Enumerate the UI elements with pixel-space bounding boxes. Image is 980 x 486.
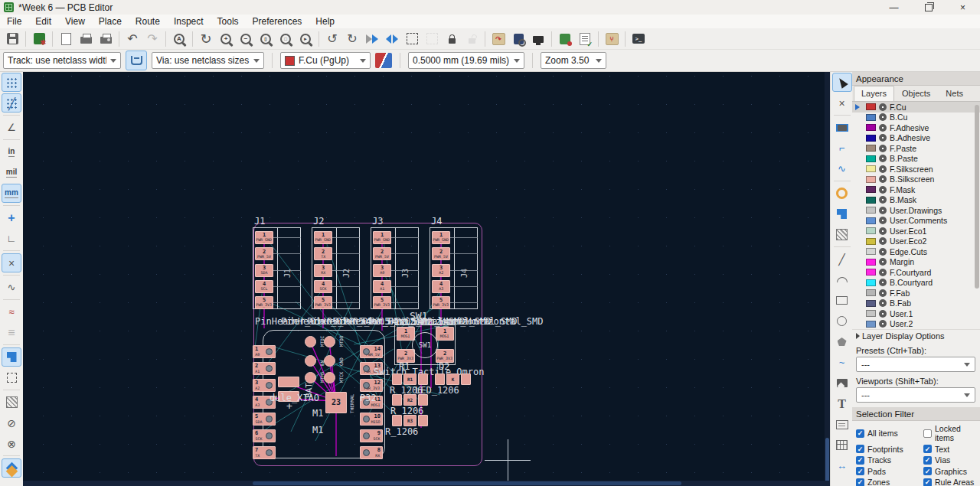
sketch-vias-button[interactable]: ⊗ xyxy=(2,434,21,453)
units-mils[interactable]: mil xyxy=(2,163,21,182)
connector-footprint[interactable]: J11PWR_GND2PWR_5V3SDA4SCL5PWR_3V3 xyxy=(253,227,301,309)
zoom-out-button[interactable]: − xyxy=(236,30,256,48)
footprint-ref[interactable]: J2 xyxy=(313,217,324,226)
rotate-cw-button[interactable]: ↻ xyxy=(342,30,362,48)
draw-zone-button[interactable] xyxy=(832,204,852,223)
3d-viewer-button[interactable] xyxy=(528,30,548,48)
pad[interactable]: 1PWR_GND xyxy=(255,231,273,244)
module-name-fragment[interactable]: dule_XIAO xyxy=(270,393,319,403)
checkbox-icon[interactable]: ✓ xyxy=(856,467,864,475)
component-body[interactable]: K xyxy=(446,373,459,385)
grid-button[interactable] xyxy=(2,73,21,92)
layer-row-f-cu[interactable]: F.Cu xyxy=(852,102,980,113)
menu-place[interactable]: Place xyxy=(92,15,129,28)
via-size-dropdown[interactable]: Via: use netclass sizes xyxy=(152,52,264,69)
layer-row-b-paste[interactable]: B.Paste xyxy=(852,154,980,165)
visibility-eye-icon[interactable] xyxy=(879,310,887,318)
visibility-eye-icon[interactable] xyxy=(879,165,887,173)
checkbox-icon[interactable]: ✓ xyxy=(923,467,932,475)
visibility-eye-icon[interactable] xyxy=(879,207,887,214)
pad[interactable] xyxy=(278,377,299,387)
flip-button[interactable] xyxy=(362,30,382,48)
pad[interactable]: 3RX xyxy=(314,264,332,277)
zoom-selection-button[interactable]: ► xyxy=(296,30,315,48)
connector-footprint[interactable]: J21PWR_GND2TX3RX4SCK5PWR_3V3 xyxy=(312,227,360,309)
visibility-eye-icon[interactable] xyxy=(879,279,887,286)
zoom-dropdown[interactable]: Zoom 3.50 xyxy=(541,52,606,69)
checkbox-icon[interactable]: ✓ xyxy=(856,478,864,486)
tab-objects[interactable]: Objects xyxy=(894,86,938,101)
pad[interactable] xyxy=(392,394,402,406)
pad[interactable]: 2PWR_5V xyxy=(432,247,450,260)
layer-row-user-eco2[interactable]: User.Eco2 xyxy=(852,236,980,247)
layer-row-b-adhesive[interactable]: B.Adhesive xyxy=(852,133,980,144)
refresh-button[interactable]: ↻ xyxy=(196,30,216,48)
close-button[interactable]: × xyxy=(946,0,980,15)
checkbox-icon[interactable]: ✓ xyxy=(856,456,864,465)
layer-display-options[interactable]: Layer Display Options xyxy=(852,329,980,341)
pad[interactable] xyxy=(392,415,402,426)
zoom-fit-page-button[interactable]: ▯ xyxy=(256,30,276,48)
pad[interactable] xyxy=(392,373,402,385)
filter-locked-items[interactable]: Locked items xyxy=(923,424,980,442)
connector-footprint[interactable]: J41PWR_GND2PWR_5V3A24A35PWR_3V3 xyxy=(430,227,478,309)
draw-polygon-button[interactable] xyxy=(832,332,852,351)
undo-button[interactable]: ↶ xyxy=(122,30,142,48)
v-scrollbar-track[interactable] xyxy=(825,72,830,486)
filter-all-items[interactable]: ✓All items xyxy=(856,424,923,442)
save-button[interactable] xyxy=(2,30,22,48)
pad[interactable]: 4A3 xyxy=(432,280,450,293)
switch-button-circle[interactable]: SW1 xyxy=(412,332,438,358)
menu-inspect[interactable]: Inspect xyxy=(167,15,211,28)
update-pcb-from-schematic-button[interactable]: ↷ xyxy=(488,30,508,48)
footprint-ref[interactable]: J4 xyxy=(431,217,442,226)
board-setup-button[interactable] xyxy=(29,30,49,48)
visibility-eye-icon[interactable] xyxy=(879,248,887,256)
menu-view[interactable]: View xyxy=(58,15,92,28)
menu-preferences[interactable]: Preferences xyxy=(246,15,309,28)
layer-row-f-paste[interactable]: F.Paste xyxy=(852,143,980,154)
visibility-eye-icon[interactable] xyxy=(879,175,887,183)
minimize-button[interactable]: — xyxy=(877,0,911,15)
visibility-eye-icon[interactable] xyxy=(879,217,887,224)
visibility-eye-icon[interactable] xyxy=(879,134,887,142)
test-pad[interactable] xyxy=(324,355,335,367)
visibility-eye-icon[interactable] xyxy=(879,103,887,111)
pad[interactable] xyxy=(435,373,445,385)
thermal-pad[interactable]: 23 xyxy=(325,392,347,413)
layer-row-user-drawings[interactable]: User.Drawings xyxy=(852,205,980,216)
pad[interactable] xyxy=(418,415,428,426)
menu-help[interactable]: Help xyxy=(309,15,341,28)
footprint-value[interactable]: R_1206 xyxy=(385,427,418,436)
pad[interactable]: 1MOSI xyxy=(397,327,415,341)
pad[interactable] xyxy=(418,373,428,385)
layer-row-f-fab[interactable]: F.Fab xyxy=(852,288,980,298)
visibility-eye-icon[interactable] xyxy=(879,258,887,266)
pad[interactable]: 2PWR_5V xyxy=(255,247,273,260)
zoom-in-button[interactable]: + xyxy=(216,30,236,48)
menu-edit[interactable]: Edit xyxy=(28,15,58,28)
checkbox-icon[interactable]: ✓ xyxy=(923,478,932,486)
filter-graphics[interactable]: ✓Graphics xyxy=(923,467,980,476)
layer-row-f-courtyard[interactable]: F.Courtyard xyxy=(852,267,980,278)
layer-row-user-1[interactable]: User.1 xyxy=(852,308,980,319)
test-pad[interactable] xyxy=(324,372,335,383)
layer-row-f-adhesive[interactable]: F.Adhesive xyxy=(852,122,980,133)
net-highlight-button[interactable]: ≈ xyxy=(2,302,21,321)
page-settings-button[interactable] xyxy=(56,30,76,48)
pad[interactable]: 1PWR_GND xyxy=(432,231,450,244)
visibility-eye-icon[interactable] xyxy=(879,227,887,235)
place-table-button[interactable] xyxy=(832,435,852,455)
layer-pair-icon[interactable] xyxy=(375,53,392,68)
pad[interactable]: 4A1 xyxy=(373,280,391,293)
filter-pads[interactable]: ✓Pads xyxy=(856,467,923,476)
visibility-eye-icon[interactable] xyxy=(879,269,887,276)
pad[interactable]: 2TX xyxy=(314,247,332,260)
find-button[interactable]: A xyxy=(169,30,189,48)
place-text-button[interactable]: T xyxy=(832,394,852,413)
module-ref[interactable]: M1 xyxy=(312,426,323,435)
footprint-library-button[interactable] xyxy=(508,30,528,48)
net-inspector-button[interactable]: ⑂ xyxy=(602,30,622,48)
pad[interactable]: 1PWR_GND xyxy=(314,231,332,244)
layer-row-b-silkscreen[interactable]: B.Silkscreen xyxy=(852,175,980,185)
